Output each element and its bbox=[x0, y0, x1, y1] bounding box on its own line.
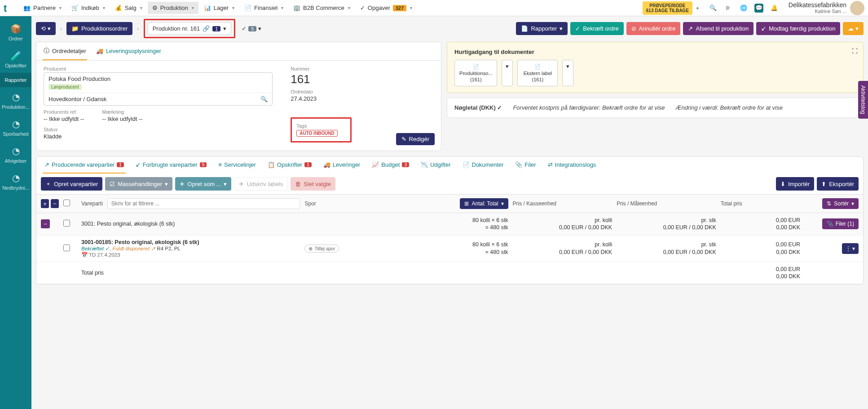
barcode-icon[interactable]: ⊪ bbox=[724, 4, 733, 13]
tab-forbrugte[interactable]: ↙ Forbrugte varepartier 5 bbox=[134, 157, 209, 173]
tab-dokumenter[interactable]: 📄 Dokumenter bbox=[461, 157, 506, 173]
tab-producerede[interactable]: ↗ Producerede varepartier 1 bbox=[43, 157, 126, 173]
nav-partnere[interactable]: 👥Partnere▾ bbox=[19, 2, 66, 14]
order-card: ⓘ Ordredetaljer 🚚 Leveringsoplysninger P… bbox=[36, 42, 441, 151]
import-button[interactable]: ⬇ Importér bbox=[776, 177, 814, 191]
add-trace-button[interactable]: ⊕ Tilføj spor bbox=[304, 245, 339, 253]
avatar bbox=[850, 1, 864, 15]
nav-lager[interactable]: 📊Lager▾ bbox=[199, 2, 239, 14]
globe-icon[interactable]: 🌐 bbox=[739, 4, 748, 13]
collapse-group-button[interactable]: − bbox=[41, 219, 50, 228]
kpi-label: Nøgletal (DKK) ✓ bbox=[454, 104, 502, 111]
tab-servicelinjer[interactable]: ≡ Servicelinjer bbox=[216, 157, 257, 173]
table-total-row: Total pris 0,00 EUR0,00 DKK bbox=[36, 262, 863, 285]
sidebar-item-nedbrydning[interactable]: ◔Nedbrydni... bbox=[0, 168, 31, 195]
kpi-card: Nøgletal (DKK) ✓ Forventet kostpris på f… bbox=[447, 98, 864, 118]
th-total: Total pris bbox=[721, 200, 800, 207]
create-as-button[interactable]: ✈ Opret som ... ▾ bbox=[175, 177, 231, 191]
expand-icon[interactable]: ⛶ bbox=[852, 48, 858, 54]
nav-b2b[interactable]: 🏢B2B Commerce▾ bbox=[289, 2, 355, 14]
nav-indkob[interactable]: 🛒Indkøb▾ bbox=[67, 2, 110, 14]
trial-badge[interactable]: PRØVEPERIODE613 DAGE TILBAGE bbox=[643, 1, 692, 15]
edit-button[interactable]: ✎ Redigér bbox=[396, 133, 435, 145]
highlight-tags: Tags AUTO INBOUND bbox=[291, 117, 352, 142]
th-vareparti: Vareparti bbox=[81, 200, 103, 207]
doc1-menu[interactable]: ▾ bbox=[502, 60, 513, 86]
sidebar-item-rapporter[interactable]: Rapporter bbox=[0, 73, 31, 87]
table-row: − 3001: Pesto original, økologisk (6 stk… bbox=[36, 213, 863, 236]
files-button[interactable]: 📎 Filer (1) bbox=[822, 218, 859, 229]
bell-icon[interactable]: 🔔 bbox=[770, 4, 779, 13]
breadcrumb-orders[interactable]: 📁 Produktionsordrer bbox=[66, 22, 132, 35]
table-row: 3001-00185: Pesto original, økologisk (6… bbox=[36, 236, 863, 262]
receive-production-button[interactable]: ↙ Modtag færdig produktion bbox=[756, 22, 840, 35]
nav-produktion[interactable]: ⚙Produktion▾ bbox=[148, 2, 198, 14]
producent-label: Producent bbox=[44, 66, 273, 71]
tab-leveringsoplysninger[interactable]: 🚚 Leveringsoplysninger bbox=[95, 42, 162, 60]
sidebar-item-sporbarhed[interactable]: ◔Sporbarhed bbox=[0, 114, 31, 141]
top-nav: t 👥Partnere▾ 🛒Indkøb▾ 💰Salg▾ ⚙Produktion… bbox=[0, 0, 868, 16]
sort-button[interactable]: ⇅ Sortér ▾ bbox=[822, 198, 859, 209]
th-pris-kasse: Pris / Kasseenhed bbox=[513, 200, 612, 207]
data-tabs: ↗ Producerede varepartier 1 ↙ Forbrugte … bbox=[36, 156, 864, 173]
reports-button[interactable]: 📄 Rapporter ▾ bbox=[516, 22, 568, 35]
order-number: 161 bbox=[291, 72, 434, 86]
toolbar: ⟲ ▾ › 📁 Produktionsordrer › Produktion n… bbox=[36, 19, 864, 38]
left-sidebar: 📦Ordrer 🧪Opskrifter Rapporter ◔Produktio… bbox=[0, 16, 31, 293]
producent-input[interactable]: Polska Food Production Lønproducent Hove… bbox=[44, 72, 273, 106]
add-icon[interactable]: ＋ bbox=[693, 4, 702, 13]
tab-budget[interactable]: 📈 Budget 3 bbox=[370, 157, 411, 173]
row-checkbox[interactable] bbox=[63, 220, 70, 227]
doc-ekstern-label[interactable]: 📄Ekstern label(161) bbox=[517, 60, 558, 86]
nav-opgaver[interactable]: ✓Opgaver327▾ bbox=[356, 2, 417, 14]
row-menu-button[interactable]: ⋮ ▾ bbox=[842, 243, 859, 254]
doc-produktionsordre[interactable]: 📄Produktionso...(161) bbox=[454, 60, 497, 86]
tab-udgifter[interactable]: 📉 Udgifter bbox=[419, 157, 453, 173]
sidebar-item-ordrer[interactable]: 📦Ordrer bbox=[0, 19, 31, 46]
history-button[interactable]: ⟲ ▾ bbox=[36, 22, 56, 35]
tab-filer[interactable]: 📎 Filer bbox=[513, 157, 538, 173]
tab-leveringer[interactable]: 🚚 Leveringer bbox=[322, 157, 362, 173]
confirm-order-button[interactable]: ✓ Bekræft ordre bbox=[570, 22, 623, 35]
sidebar-item-opskrifter[interactable]: 🧪Opskrifter bbox=[0, 46, 31, 73]
tag-auto-inbound: AUTO INBOUND bbox=[296, 130, 338, 137]
search-icon[interactable]: 🔍 bbox=[260, 96, 268, 102]
activity-log-tab[interactable]: Aktivitetslog bbox=[858, 81, 868, 119]
antal-dropdown[interactable]: ⊞ Antal: Total ▾ bbox=[460, 198, 508, 209]
collapse-all-button[interactable]: − bbox=[51, 199, 59, 208]
tab-opskrifter[interactable]: 📋 Opskrifter 1 bbox=[266, 157, 313, 173]
send-to-production-button[interactable]: ↗ Afsend til produktion bbox=[683, 22, 753, 35]
cancel-order-button[interactable]: ⊘ Annullér ordre bbox=[626, 22, 681, 35]
logo-icon[interactable]: t bbox=[4, 3, 14, 13]
row-checkbox[interactable] bbox=[63, 245, 70, 251]
cloud-button[interactable]: ☁ ▾ bbox=[843, 22, 864, 35]
check-status[interactable]: ✓ 5 ▾ bbox=[238, 23, 265, 34]
nav-salg[interactable]: 💰Salg▾ bbox=[110, 2, 147, 14]
chat-icon[interactable]: 💬 bbox=[754, 4, 763, 13]
documents-title: Hurtigadgang til dokumenter bbox=[454, 49, 856, 55]
nav-finansiel[interactable]: 📄Finansiel▾ bbox=[240, 2, 288, 14]
user-company: Delikatessefabrikken bbox=[789, 2, 846, 9]
export-button[interactable]: ⬆ Eksportér bbox=[817, 177, 859, 191]
breadcrumb-current[interactable]: Produktion nr. 161 🔗1 ▾ bbox=[148, 22, 232, 35]
select-all-checkbox[interactable] bbox=[63, 200, 70, 206]
sidebar-item-produktion[interactable]: ◔Produktion... bbox=[0, 87, 31, 114]
user-menu[interactable]: Delikatessefabrikken Katrine Søn ... bbox=[789, 1, 864, 15]
print-labels-button[interactable]: ✈ Udskriv labels bbox=[234, 177, 288, 191]
filter-input[interactable] bbox=[107, 198, 300, 209]
documents-card: ⛶ Hurtigadgang til dokumenter 📄Produktio… bbox=[447, 42, 864, 93]
doc2-menu[interactable]: ▾ bbox=[562, 60, 573, 86]
highlight-breadcrumb: Produktion nr. 161 🔗1 ▾ bbox=[144, 19, 236, 38]
tab-ordredetaljer[interactable]: ⓘ Ordredetaljer bbox=[43, 42, 87, 60]
th-pris-maale: Pris / Måleenhed bbox=[617, 200, 716, 207]
mass-actions-button[interactable]: ☑ Massehandlinger ▾ bbox=[105, 177, 172, 191]
delete-selected-button[interactable]: 🗑 Slet valgte bbox=[291, 177, 335, 191]
expand-all-button[interactable]: + bbox=[41, 199, 49, 208]
create-lots-button[interactable]: ＋ Opret varepartier bbox=[41, 177, 102, 191]
sidebar-item-afvigelser[interactable]: ◔Afvigelser bbox=[0, 141, 31, 168]
tab-integrationslogs[interactable]: ⇄ Integrationslogs bbox=[546, 157, 598, 173]
lots-table: +− Vareparti Spor ⊞ Antal: Total ▾ Pris … bbox=[36, 195, 864, 285]
user-name: Katrine Søn ... bbox=[789, 9, 846, 14]
th-spor: Spor bbox=[304, 200, 404, 207]
search-icon[interactable]: 🔍 bbox=[709, 4, 718, 13]
